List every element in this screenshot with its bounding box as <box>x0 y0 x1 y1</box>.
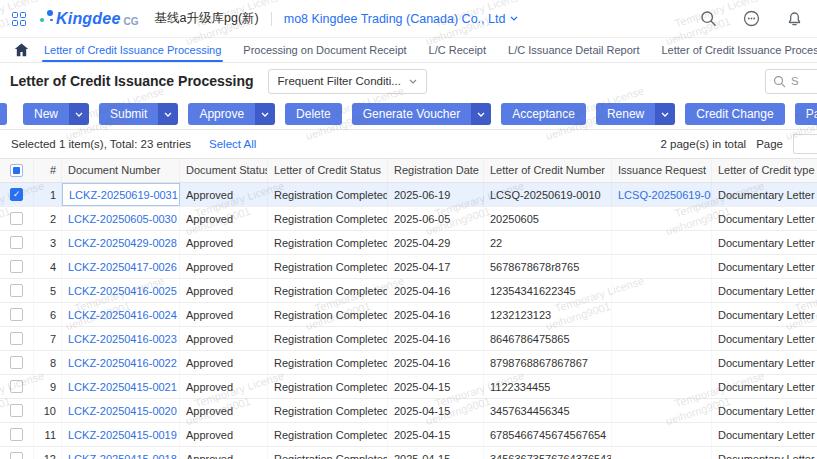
checkbox-cell <box>0 207 34 230</box>
submit-button[interactable]: Submit <box>99 103 158 125</box>
home-icon[interactable] <box>14 43 29 57</box>
table-row[interactable]: 5LCKZ-20250416-0025ApprovedRegistration … <box>0 279 817 303</box>
row-checkbox[interactable] <box>10 308 23 321</box>
new-button[interactable]: New <box>23 103 69 125</box>
toolbar: NewSubmitApproveDeleteGenerate VoucherAc… <box>0 99 817 129</box>
selection-summary: Selected 1 item(s), Total: 23 entries <box>11 138 191 150</box>
new-dropdown-toggle[interactable] <box>69 103 89 125</box>
table-row[interactable]: 7LCKZ-20250416-0023ApprovedRegistration … <box>0 327 817 351</box>
lc-status-cell: Registration Completed <box>268 231 388 254</box>
select-all-checkbox[interactable] <box>10 164 23 177</box>
document-status-cell: Approved <box>180 375 268 398</box>
nav-tab-letter-of-credit-issuance-processing[interactable]: Letter of Credit Issuance Processing <box>660 38 817 62</box>
document-number-link[interactable]: LCKZ-20250429-0028 <box>68 237 177 249</box>
nav-tab-letter-of-credit-issuance-processing[interactable]: Letter of Credit Issuance Processing <box>42 38 223 62</box>
document-number-link[interactable]: LCKZ-20250416-0022 <box>68 357 177 369</box>
checkbox-cell <box>0 447 34 459</box>
issuance-request-link[interactable]: LCSQ-20250619-0010 <box>618 189 712 201</box>
nav-tab-l-c-receipt[interactable]: L/C Receipt <box>427 38 488 62</box>
document-status-cell: Approved <box>180 303 268 326</box>
row-checkbox[interactable] <box>10 236 23 249</box>
lc-number-cell: 6785466745674567654 <box>484 423 612 446</box>
row-checkbox[interactable] <box>10 452 23 459</box>
row-checkbox[interactable] <box>10 404 23 417</box>
row-checkbox[interactable]: ✓ <box>10 188 23 201</box>
table-row[interactable]: 10LCKZ-20250415-0020ApprovedRegistration… <box>0 399 817 423</box>
kingdee-logo[interactable]: Kingdee CG <box>40 10 139 28</box>
nav-tab-l-c-issuance-detail-report[interactable]: L/C Issuance Detail Report <box>506 38 641 62</box>
acceptance-button[interactable]: Acceptance <box>501 103 586 125</box>
document-number-link[interactable]: LCKZ-20250415-0021 <box>68 381 177 393</box>
lc-number-cell: 12354341622345 <box>484 279 612 302</box>
row-index: 11 <box>34 423 62 446</box>
column-header-letter-of-credit-status: Letter of Credit Status <box>268 159 388 182</box>
document-number-link[interactable]: LCKZ-20250417-0026 <box>68 261 177 273</box>
column-header-: # <box>34 159 62 182</box>
document-number-link[interactable]: LCKZ-20250416-0025 <box>68 285 177 297</box>
row-checkbox[interactable] <box>10 260 23 273</box>
chevron-down-icon <box>75 112 83 117</box>
credit-change-button[interactable]: Credit Change <box>685 103 784 125</box>
support-icon[interactable] <box>743 10 760 27</box>
list-search-input[interactable]: S <box>765 69 817 94</box>
renew-button[interactable]: Renew <box>596 103 655 125</box>
lc-type-cell: Documentary Letter of <box>712 351 817 374</box>
table-row[interactable]: 12LCKZ-20250415-0018ApprovedRegistration… <box>0 447 817 459</box>
document-number-link[interactable]: LCKZ-20250416-0023 <box>68 333 177 345</box>
table-row[interactable]: 3LCKZ-20250429-0028ApprovedRegistration … <box>0 231 817 255</box>
org-selector[interactable]: mo8 Kingdee Trading (Canada) Co., Ltd <box>284 12 519 26</box>
row-checkbox[interactable] <box>10 332 23 345</box>
lc-number-cell: 8646786475865 <box>484 327 612 350</box>
delete-button[interactable]: Delete <box>285 103 342 125</box>
select-all-link[interactable]: Select All <box>209 138 256 150</box>
document-number-cell: LCKZ-20250416-0024 <box>62 303 180 326</box>
table-row[interactable]: 11LCKZ-20250415-0019ApprovedRegistration… <box>0 423 817 447</box>
renew-dropdown-toggle[interactable] <box>655 103 675 125</box>
document-number-cell: LCKZ-20250415-0020 <box>62 399 180 422</box>
search-icon[interactable] <box>700 10 717 27</box>
table-row[interactable]: ✓1LCKZ-20250619-0031ApprovedRegistration… <box>0 183 817 207</box>
lc-type-cell: Documentary Letter of <box>712 327 817 350</box>
table-row[interactable]: 4LCKZ-20250417-0026ApprovedRegistration … <box>0 255 817 279</box>
generate-voucher-dropdown-toggle[interactable] <box>471 103 491 125</box>
chevron-down-icon <box>409 79 417 84</box>
row-checkbox[interactable] <box>10 284 23 297</box>
document-number-link[interactable]: LCKZ-20250415-0019 <box>68 429 177 441</box>
document-number-link[interactable]: LCKZ-20250415-0020 <box>68 405 177 417</box>
document-status-cell: Approved <box>180 279 268 302</box>
registration-date-cell: 2025-04-16 <box>388 279 484 302</box>
table-row[interactable]: 8LCKZ-20250416-0022ApprovedRegistration … <box>0 351 817 375</box>
row-checkbox[interactable] <box>10 212 23 225</box>
table-row[interactable]: 9LCKZ-20250415-0021ApprovedRegistration … <box>0 375 817 399</box>
row-checkbox[interactable] <box>10 380 23 393</box>
frequent-filter-dropdown[interactable]: Frequent Filter Conditi... <box>268 69 427 94</box>
table-row[interactable]: 2LCKZ-20250605-0030ApprovedRegistration … <box>0 207 817 231</box>
table-row[interactable]: 6LCKZ-20250416-0024ApprovedRegistration … <box>0 303 817 327</box>
document-number-link[interactable]: LCKZ-20250415-0018 <box>68 453 177 459</box>
nav-tabs: Letter of Credit Issuance ProcessingProc… <box>42 38 817 62</box>
row-checkbox[interactable] <box>10 428 23 441</box>
lc-status-cell: Registration Completed <box>268 279 388 302</box>
document-number-link[interactable]: LCKZ-20250619-0031 <box>69 189 178 201</box>
apps-grid-icon[interactable] <box>12 12 26 26</box>
approve-button[interactable]: Approve <box>188 103 255 125</box>
page-number-input[interactable] <box>793 134 817 154</box>
lc-type-cell: Documentary Letter of <box>712 375 817 398</box>
logo-dots-icon <box>40 10 54 26</box>
document-number-link[interactable]: LCKZ-20250605-0030 <box>68 213 177 225</box>
lc-status-cell: Registration Completed <box>268 399 388 422</box>
nav-tab-processing-on-document-receipt[interactable]: Processing on Document Receipt <box>241 38 408 62</box>
pay-security-deposit-button[interactable]: Pay Security Deposit <box>795 103 817 125</box>
column-header-registration-date: Registration Date <box>388 159 484 182</box>
app-window: Temporary Licenseueihorng9001Temporary L… <box>0 0 817 459</box>
row-checkbox[interactable] <box>10 356 23 369</box>
document-number-link[interactable]: LCKZ-20250416-0024 <box>68 309 177 321</box>
registration-date-cell: 2025-04-16 <box>388 327 484 350</box>
generate-voucher-button[interactable]: Generate Voucher <box>352 103 471 125</box>
submit-dropdown-toggle[interactable] <box>158 103 178 125</box>
credit-change-button-group: Credit Change <box>685 103 784 125</box>
approve-dropdown-toggle[interactable] <box>255 103 275 125</box>
notification-icon[interactable] <box>786 10 803 27</box>
logo-wordmark: Kingdee <box>56 10 121 28</box>
registration-date-cell: 2025-06-05 <box>388 207 484 230</box>
